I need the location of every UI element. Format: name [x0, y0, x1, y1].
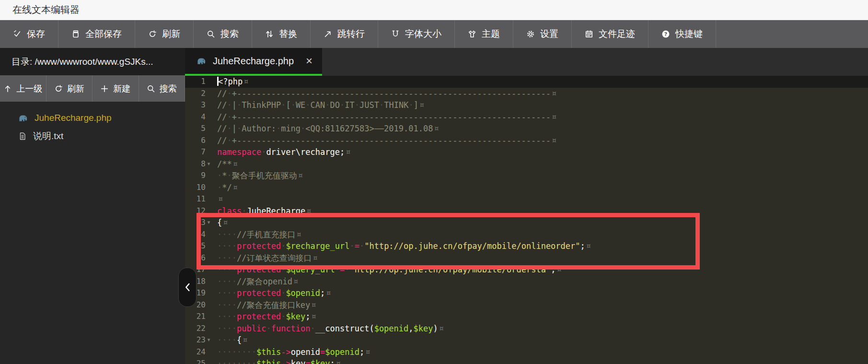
code-line[interactable]: 13▾{¤ — [185, 217, 868, 229]
code-line[interactable]: 2//·+-----------------------------------… — [185, 88, 868, 100]
gutter: 7 — [185, 146, 215, 158]
settings-icon — [526, 30, 535, 38]
gutter: 23▾ — [185, 334, 215, 346]
close-icon[interactable]: × — [306, 55, 312, 67]
up-level-action-button[interactable]: 上一级 — [0, 75, 46, 102]
line-number: 1 — [201, 76, 206, 88]
refresh-button[interactable]: 刷新 — [135, 20, 194, 48]
code-line[interactable]: 9·*·聚合手机充值驱动¤ — [185, 170, 868, 182]
eol-marker: ¤ — [306, 206, 311, 216]
php-elephant-icon — [18, 114, 28, 123]
toolbar-button-label: 主题 — [482, 28, 500, 40]
save-button[interactable]: 保存 — [0, 20, 58, 48]
tab-juherecharge-php[interactable]: JuheRecharge.php × — [185, 48, 322, 76]
fold-marker[interactable]: ▾ — [206, 334, 212, 346]
code-editor[interactable]: 1<?php¤2//·+----------------------------… — [185, 76, 868, 364]
line-text: {¤ — [215, 217, 228, 229]
line-text: ····//订单状态查询接口¤ — [215, 252, 318, 264]
theme-button[interactable]: 主题 — [455, 20, 513, 48]
line-text: ····public·function·__construct($openid,… — [215, 323, 444, 335]
code-line[interactable]: 18····//聚合openid¤ — [185, 276, 868, 288]
gutter: 5 — [185, 123, 215, 135]
code-line[interactable]: 10·*/¤ — [185, 182, 868, 194]
code-line[interactable]: 22····public·function·__construct($openi… — [185, 323, 868, 335]
code-line[interactable]: 14····//手机直充接口¤ — [185, 229, 868, 241]
replace-button[interactable]: 替换 — [252, 20, 311, 48]
line-text: ····protected·$query_url·=·"http://op.ju… — [215, 264, 562, 276]
fold-marker[interactable]: ▾ — [206, 217, 212, 229]
code-line[interactable]: 25········$this->key=$key;¤ — [185, 358, 868, 364]
line-text: ····//手机直充接口¤ — [215, 229, 301, 241]
save-all-button[interactable]: 全部保存 — [58, 20, 135, 48]
main-area: 目录: /www/wwwroot/www.gSJKs... 上一级刷新新建搜索 … — [0, 48, 868, 364]
line-number: 16 — [197, 252, 206, 264]
code-line[interactable]: 24········$this->openid=$openid;¤ — [185, 346, 868, 358]
settings-button[interactable]: 设置 — [513, 20, 572, 48]
line-number: 6 — [201, 135, 206, 147]
sidebar-actions: 上一级刷新新建搜索 — [0, 75, 185, 102]
line-number: 3 — [201, 99, 206, 111]
line-text: //·|·Author:·ming·<QQ:811627583>——2019.0… — [215, 123, 439, 135]
line-number: 19 — [197, 287, 206, 299]
code-line[interactable]: 19····protected·$openid;¤ — [185, 287, 868, 299]
code-line[interactable]: 8▾/**¤ — [185, 158, 868, 170]
line-number: 7 — [201, 146, 206, 158]
line-number: 25 — [197, 358, 206, 364]
shortcut-button[interactable]: ?快捷键 — [648, 20, 716, 48]
code-line[interactable]: 7namespace·driver\recharge;¤ — [185, 146, 868, 158]
file-item[interactable]: 说明.txt — [0, 127, 185, 146]
eol-marker: ¤ — [552, 112, 556, 122]
line-number: 22 — [197, 323, 206, 335]
line-text: //·|·ThinkPHP·[·WE·CAN·DO·IT·JUST·THINK·… — [215, 99, 424, 111]
code-line[interactable]: 3//·|·ThinkPHP·[·WE·CAN·DO·IT·JUST·THINK… — [185, 99, 868, 111]
code-line[interactable]: 1<?php¤ — [185, 76, 868, 88]
code-line[interactable]: 15····protected·$recharge_url·=·"http://… — [185, 240, 868, 252]
gutter: 9 — [185, 170, 215, 182]
line-text: //·+------------------------------------… — [215, 88, 556, 100]
gutter: 16 — [185, 252, 215, 264]
code-line[interactable]: 16····//订单状态查询接口¤ — [185, 252, 868, 264]
toolbar-button-label: 快捷键 — [675, 28, 703, 40]
eol-marker: ¤ — [552, 136, 556, 145]
code-line[interactable]: 4//·+-----------------------------------… — [185, 111, 868, 123]
eol-marker: ¤ — [293, 277, 298, 286]
code-line[interactable]: 6//·+-----------------------------------… — [185, 135, 868, 147]
file-list: JuheRecharge.php说明.txt — [0, 102, 185, 153]
directory-path: 目录: /www/wwwroot/www.gSJKs... — [0, 48, 185, 75]
font-size-button[interactable]: 字体大小 — [378, 20, 455, 48]
line-number: 21 — [197, 311, 206, 323]
code-line[interactable]: 21····protected·$key;¤ — [185, 311, 868, 323]
line-number: 8 — [201, 158, 206, 170]
line-text: ········$this->openid=$openid;¤ — [215, 346, 370, 358]
line-number: 15 — [197, 240, 206, 252]
tab-label: JuheRecharge.php — [213, 56, 294, 67]
search-button[interactable]: 搜索 — [194, 20, 252, 48]
sidebar-collapse-handle[interactable] — [178, 268, 197, 307]
file-item[interactable]: JuheRecharge.php — [0, 109, 185, 127]
up-level-icon — [3, 84, 12, 93]
gutter: 15 — [185, 240, 215, 252]
gutter: 24 — [185, 346, 215, 358]
toolbar-button-label: 全部保存 — [85, 28, 122, 40]
gutter: 21 — [185, 311, 215, 323]
toolbar-button-label: 字体大小 — [405, 28, 441, 40]
search-action-button[interactable]: 搜索 — [139, 75, 185, 102]
search-icon — [207, 30, 215, 38]
code-line[interactable]: 23▾····{¤ — [185, 334, 868, 346]
eol-marker: ¤ — [243, 77, 248, 86]
plus-action-button[interactable]: 新建 — [93, 75, 139, 102]
code-line[interactable]: 17····protected·$query_url·=·"http://op.… — [185, 264, 868, 276]
code-line[interactable]: 11¤ — [185, 193, 868, 205]
goto-line-button[interactable]: 跳转行 — [311, 20, 378, 48]
code-line[interactable]: 5//·|·Author:·ming·<QQ:811627583>——2019.… — [185, 123, 868, 135]
code-line[interactable]: 12class·JuheRecharge¤ — [185, 205, 868, 217]
code-line[interactable]: 20····//聚合充值接口key¤ — [185, 299, 868, 311]
file-footprint-button[interactable]: 文件足迹 — [572, 20, 648, 48]
toolbar-button-label: 替换 — [279, 28, 297, 40]
fold-marker[interactable]: ▾ — [206, 158, 212, 170]
eol-marker: ¤ — [586, 241, 591, 251]
svg-text:?: ? — [664, 31, 668, 37]
toolbar-button-label: 跳转行 — [337, 28, 365, 40]
line-text: ····//聚合充值接口key¤ — [215, 299, 316, 311]
refresh-action-button[interactable]: 刷新 — [46, 75, 93, 102]
